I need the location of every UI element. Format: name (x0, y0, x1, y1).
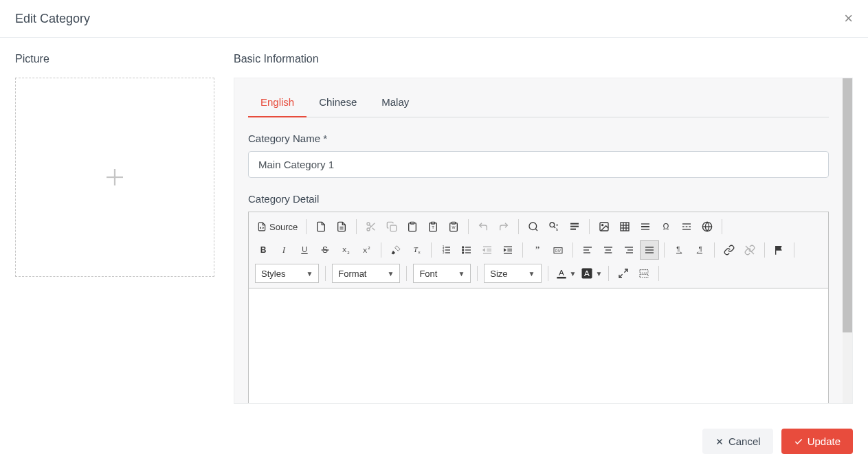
svg-rect-99 (640, 274, 648, 277)
svg-text:I: I (282, 245, 286, 255)
globe-icon (702, 221, 713, 232)
paste-icon (407, 221, 418, 232)
italic-button[interactable]: I (274, 240, 293, 260)
paste-text-button[interactable]: T (423, 217, 443, 236)
ul-icon (461, 245, 472, 256)
align-left-button[interactable] (578, 240, 597, 260)
iframe-button[interactable] (698, 217, 717, 236)
templates-button[interactable] (332, 217, 351, 236)
svg-point-63 (463, 247, 464, 248)
numbered-list-button[interactable]: 123 (436, 240, 456, 260)
text-color-icon: A (555, 266, 568, 280)
svg-line-16 (535, 229, 537, 231)
align-justify-icon (644, 245, 655, 256)
svg-text:¶: ¶ (699, 245, 702, 252)
copy-format-button[interactable] (386, 240, 405, 260)
unlink-button[interactable] (740, 240, 759, 260)
svg-rect-22 (570, 226, 579, 227)
basic-info-label: Basic Information (234, 53, 853, 65)
toolbar-row-3: Styles▼ Format▼ Font▼ Size▼ A ▼ (253, 262, 824, 285)
redo-icon (498, 221, 509, 232)
subscript-button[interactable]: X2 (336, 240, 355, 260)
superscript-button[interactable]: X2 (357, 240, 376, 260)
text-color-button[interactable]: A ▼ (555, 264, 577, 283)
brush-icon (390, 245, 401, 256)
select-all-button[interactable] (565, 217, 584, 236)
page-break-button[interactable] (677, 217, 696, 236)
svg-text:”: ” (535, 245, 540, 256)
picture-upload-dropzone[interactable] (15, 78, 214, 277)
special-char-button[interactable]: Ω (656, 217, 676, 236)
scrollbar-track[interactable] (843, 78, 852, 403)
page-break-icon (681, 221, 692, 232)
anchor-button[interactable] (770, 240, 789, 260)
indent-button[interactable] (498, 240, 518, 260)
redo-button[interactable] (494, 217, 513, 236)
align-center-button[interactable] (599, 240, 618, 260)
ltr-icon: ¶ (674, 245, 685, 256)
bg-color-icon: A (580, 266, 594, 280)
tab-malay[interactable]: Malay (369, 88, 421, 117)
svg-line-7 (372, 228, 375, 231)
check-icon (794, 437, 803, 446)
paste-button[interactable] (403, 217, 422, 236)
svg-text:2: 2 (368, 246, 370, 250)
remove-format-button[interactable]: T× (407, 240, 426, 260)
undo-button[interactable] (474, 217, 493, 236)
size-combo[interactable]: Size▼ (484, 264, 541, 283)
close-icon[interactable]: × (844, 11, 853, 26)
blockquote-button[interactable]: ” (528, 240, 547, 260)
svg-text:×: × (418, 250, 421, 255)
svg-text:¶: ¶ (676, 245, 680, 252)
cancel-button[interactable]: Cancel (702, 429, 773, 454)
svg-text:DIV: DIV (555, 249, 561, 253)
align-justify-button[interactable] (640, 240, 659, 260)
update-button[interactable]: Update (781, 429, 853, 454)
underline-button[interactable]: U (295, 240, 314, 260)
bg-color-button[interactable]: A ▼ (580, 264, 602, 283)
editor-content-area[interactable] (249, 288, 828, 404)
svg-text:T: T (432, 225, 434, 229)
paste-word-button[interactable]: W (444, 217, 463, 236)
bold-button[interactable]: B (254, 240, 273, 260)
replace-icon: ba (548, 221, 559, 232)
category-name-input[interactable] (248, 151, 829, 178)
caret-icon: ▼ (458, 270, 465, 277)
align-right-button[interactable] (619, 240, 638, 260)
svg-point-15 (529, 223, 537, 230)
svg-rect-13 (452, 222, 456, 224)
table-button[interactable] (615, 217, 634, 236)
image-button[interactable] (594, 217, 614, 236)
copy-icon (386, 221, 397, 232)
font-combo[interactable]: Font▼ (413, 264, 471, 283)
tab-english[interactable]: English (248, 88, 307, 117)
strike-button[interactable]: S (315, 240, 335, 260)
styles-combo[interactable]: Styles▼ (255, 264, 319, 283)
show-blocks-button[interactable] (634, 264, 654, 283)
format-combo[interactable]: Format▼ (332, 264, 400, 283)
svg-point-17 (550, 223, 555, 227)
svg-text:2: 2 (347, 251, 350, 255)
bullet-list-button[interactable] (457, 240, 476, 260)
italic-icon: I (278, 245, 289, 256)
tab-chinese[interactable]: Chinese (307, 88, 369, 117)
scrollbar-thumb[interactable] (843, 78, 852, 332)
maximize-button[interactable] (614, 264, 633, 283)
svg-text:W: W (452, 225, 456, 229)
outdent-button[interactable] (478, 240, 497, 260)
source-button[interactable]: Source (253, 217, 302, 236)
new-page-button[interactable] (311, 217, 331, 236)
copy-button[interactable] (382, 217, 401, 236)
align-left-icon (582, 245, 593, 256)
svg-rect-93 (557, 277, 566, 279)
rtl-button[interactable]: ¶ (690, 240, 709, 260)
svg-text:X: X (363, 247, 368, 254)
replace-button[interactable]: ba (544, 217, 564, 236)
flag-icon (774, 245, 785, 256)
ltr-button[interactable]: ¶ (669, 240, 689, 260)
horizontal-rule-button[interactable] (636, 217, 655, 236)
find-button[interactable] (524, 217, 543, 236)
div-container-button[interactable]: DIV (548, 240, 568, 260)
cut-button[interactable] (361, 217, 381, 236)
link-button[interactable] (720, 240, 739, 260)
